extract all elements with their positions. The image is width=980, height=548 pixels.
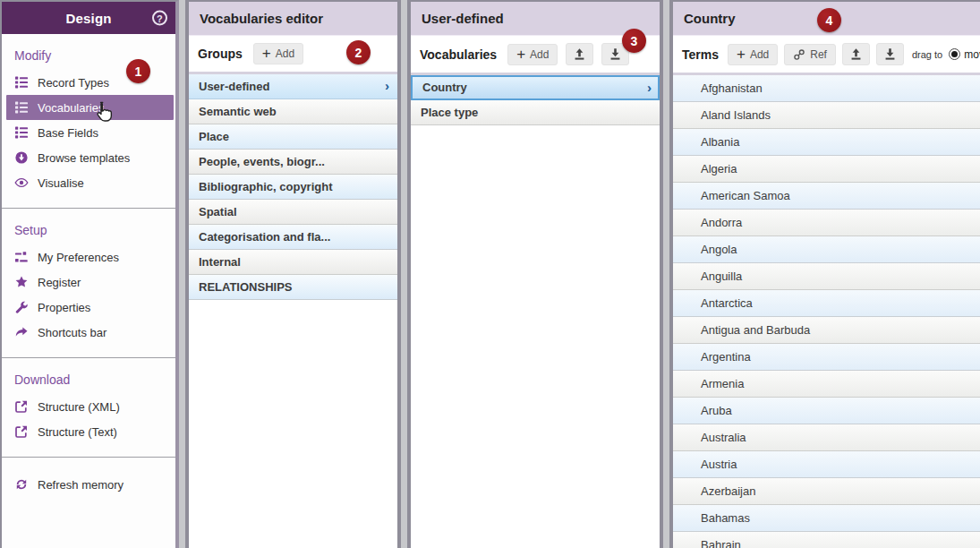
group-row[interactable]: Internal bbox=[189, 250, 397, 275]
sidebar-item-browse-templates[interactable]: Browse templates bbox=[2, 145, 175, 170]
list-icon bbox=[14, 125, 29, 140]
drag-to-label: drag to bbox=[912, 49, 942, 60]
panel-title: Vocabularies editor bbox=[189, 2, 397, 36]
step-badge-3: 3 bbox=[622, 29, 646, 53]
term-row[interactable]: Aruba bbox=[673, 398, 980, 424]
sidebar-item-label: Base Fields bbox=[38, 126, 98, 140]
term-row[interactable]: American Samoa bbox=[673, 183, 980, 210]
sidebar-item-label: Browse templates bbox=[38, 151, 130, 165]
term-row[interactable]: Anguilla bbox=[673, 263, 980, 290]
add-vocabulary-button[interactable]: + Add bbox=[507, 44, 558, 65]
sidebar-item-label: Register bbox=[38, 276, 81, 289]
sidebar-item-visualise[interactable]: Visualise bbox=[2, 170, 175, 195]
term-row[interactable]: Bahrain bbox=[673, 532, 980, 548]
refresh-icon bbox=[14, 477, 29, 492]
group-row[interactable]: Categorisation and fla... bbox=[189, 225, 397, 250]
external-link-icon bbox=[14, 424, 29, 439]
group-row[interactable]: People, events, biogr... bbox=[189, 150, 397, 175]
export-button[interactable] bbox=[876, 43, 904, 65]
vocabulary-row-country[interactable]: Country › bbox=[411, 75, 660, 100]
term-row[interactable]: Bahamas bbox=[673, 505, 980, 532]
vocabulary-row[interactable]: Place type bbox=[411, 100, 660, 125]
import-button[interactable] bbox=[566, 43, 593, 65]
plus-icon: + bbox=[516, 48, 525, 61]
share-arrow-icon bbox=[14, 325, 29, 339]
sidebar-item-refresh-memory[interactable]: Refresh memory bbox=[2, 472, 175, 497]
term-row[interactable]: Azerbaijan bbox=[673, 478, 980, 505]
step-badge-2: 2 bbox=[346, 40, 371, 64]
sidebar-item-base-fields[interactable]: Base Fields bbox=[2, 120, 175, 145]
term-row[interactable]: Armenia bbox=[673, 371, 980, 398]
terms-label: Terms bbox=[682, 47, 719, 62]
sidebar-header: Design ? bbox=[2, 2, 175, 34]
list-icon bbox=[14, 75, 29, 90]
sidebar-item-label: Properties bbox=[38, 301, 90, 314]
section-heading: Setup bbox=[2, 214, 175, 244]
external-link-icon bbox=[14, 399, 29, 414]
sidebar-item-label: Record Types bbox=[38, 76, 109, 90]
sidebar-section-download: Download Structure (XML) Structure (Text… bbox=[2, 358, 175, 458]
sidebar-item-label: Structure (XML) bbox=[38, 400, 120, 414]
sliders-icon bbox=[14, 250, 29, 264]
sidebar-section-refresh: Refresh memory bbox=[2, 458, 175, 509]
term-row[interactable]: Afghanistan bbox=[673, 75, 980, 102]
sidebar-title: Design bbox=[65, 11, 111, 26]
help-icon[interactable]: ? bbox=[152, 11, 167, 26]
link-icon bbox=[793, 48, 805, 61]
wrench-icon bbox=[14, 300, 29, 314]
add-label: Add bbox=[750, 47, 769, 62]
radio-button-checked[interactable] bbox=[949, 48, 960, 60]
group-row[interactable]: Bibliographic, copyright bbox=[189, 175, 397, 200]
term-row[interactable]: Andorra bbox=[673, 210, 980, 236]
vocabularies-list: Country › Place type bbox=[411, 75, 660, 548]
term-row[interactable]: Angola bbox=[673, 236, 980, 263]
vocabularies-label: Vocabularies bbox=[420, 47, 497, 62]
sidebar-item-label: Refresh memory bbox=[38, 478, 124, 492]
sidebar-item-label: Structure (Text) bbox=[38, 425, 117, 439]
sidebar-item-shortcuts-bar[interactable]: Shortcuts bar bbox=[2, 320, 175, 345]
sidebar-item-properties[interactable]: Properties bbox=[2, 295, 175, 320]
term-row[interactable]: Albania bbox=[673, 129, 980, 156]
download-icon bbox=[883, 47, 897, 61]
download-icon bbox=[609, 47, 622, 61]
sidebar-item-label: Visualise bbox=[38, 176, 84, 190]
step-badge-1: 1 bbox=[126, 59, 150, 83]
term-row[interactable]: Algeria bbox=[673, 156, 980, 183]
mouse-cursor-hand-icon bbox=[92, 100, 115, 124]
term-row[interactable]: Austria bbox=[673, 451, 980, 478]
term-row[interactable]: Antigua and Barbuda bbox=[673, 317, 980, 344]
section-heading: Modify bbox=[2, 39, 175, 70]
term-row[interactable]: Argentina bbox=[673, 344, 980, 371]
list-icon bbox=[14, 100, 29, 115]
import-button[interactable] bbox=[842, 43, 870, 65]
add-term-button[interactable]: + Add bbox=[728, 44, 778, 65]
ref-button[interactable]: Ref bbox=[784, 44, 836, 65]
sidebar-item-label: My Preferences bbox=[38, 251, 119, 264]
chevron-right-icon: › bbox=[385, 74, 389, 98]
star-icon bbox=[14, 275, 29, 289]
plus-icon: + bbox=[737, 48, 746, 61]
groups-list: User-defined › Semantic web Place People… bbox=[189, 74, 397, 548]
group-row[interactable]: RELATIONSHIPS bbox=[189, 275, 397, 300]
step-badge-4: 4 bbox=[817, 8, 841, 32]
radio-move[interactable]: move bbox=[949, 48, 980, 61]
group-row[interactable]: Spatial bbox=[189, 200, 397, 225]
plus-icon: + bbox=[262, 47, 271, 60]
sidebar-item-my-preferences[interactable]: My Preferences bbox=[2, 244, 175, 270]
term-row[interactable]: Aland Islands bbox=[673, 102, 980, 129]
group-row[interactable]: Place bbox=[189, 124, 397, 150]
group-row[interactable]: Semantic web bbox=[189, 99, 397, 124]
sidebar-item-register[interactable]: Register bbox=[2, 270, 175, 295]
group-row-user-defined[interactable]: User-defined › bbox=[189, 74, 397, 99]
term-row[interactable]: Antarctica bbox=[673, 290, 980, 317]
term-row[interactable]: Australia bbox=[673, 424, 980, 451]
sidebar-item-structure-xml[interactable]: Structure (XML) bbox=[2, 394, 175, 419]
country-panel: Country Terms + Add Ref drag to move mer… bbox=[669, 0, 980, 548]
vocabularies-editor-panel: Vocabularies editor Groups + Add User-de… bbox=[185, 0, 401, 548]
terms-list: Afghanistan Aland Islands Albania Algeri… bbox=[673, 75, 980, 548]
sidebar-item-vocabularies[interactable]: Vocabularies bbox=[6, 95, 174, 120]
groups-label: Groups bbox=[198, 47, 243, 61]
panel-title: User-defined bbox=[411, 2, 660, 36]
add-group-button[interactable]: + Add bbox=[253, 43, 303, 64]
sidebar-item-structure-text[interactable]: Structure (Text) bbox=[2, 419, 175, 444]
